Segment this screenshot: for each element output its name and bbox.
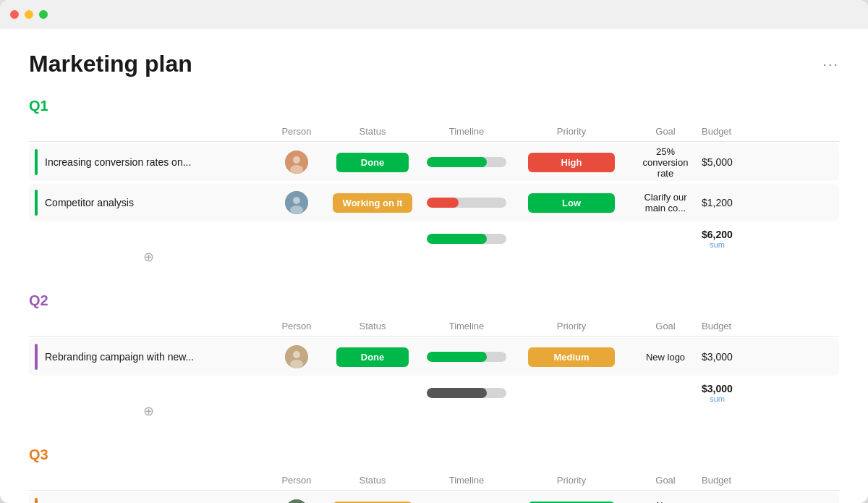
row-name-cell: Increasing conversion rates on... [29, 143, 268, 181]
status-badge: Working on it [333, 193, 413, 213]
timeline-bar-wrap [427, 198, 506, 208]
sum-timeline-bar-wrap [427, 234, 506, 244]
svg-point-9 [285, 499, 308, 503]
row-border [35, 498, 38, 503]
minimize-button[interactable] [25, 10, 33, 19]
avatar-cell [268, 499, 326, 503]
status-cell[interactable]: Working on it [326, 193, 420, 213]
row-border [35, 190, 38, 216]
priority-badge: Medium [528, 347, 615, 367]
budget-cell: $1,200 [702, 197, 731, 208]
header-col-6: Budget [702, 126, 731, 137]
add-row-button[interactable]: ⊕ [29, 403, 268, 419]
status-cell[interactable]: Done [326, 347, 420, 367]
sum-timeline-cell [420, 234, 514, 244]
header-col-1: Person [268, 475, 326, 486]
budget-cell: $3,000 [702, 351, 731, 363]
q3-label: Q3 [29, 447, 839, 463]
header-col-5: Goal [629, 475, 702, 486]
sum-amount: $3,000 [702, 383, 725, 394]
table-row: Competitor analysis Working on itLowClar… [29, 184, 839, 221]
avatar [285, 345, 308, 368]
header-col-4: Priority [514, 475, 629, 486]
header-col-4: Priority [514, 126, 629, 137]
maximize-button[interactable] [39, 10, 48, 19]
header-col-4: Priority [514, 321, 629, 331]
sum-budget-cell: $3,000sum [702, 383, 731, 403]
sum-row: $3,000sum⊕ [29, 379, 839, 423]
table-row: Rebranding campaign with new... DoneMedi… [29, 338, 839, 376]
header-col-2: Status [326, 126, 420, 137]
svg-point-8 [290, 360, 303, 368]
priority-badge: High [528, 153, 615, 172]
header-col-1: Person [268, 321, 326, 331]
priority-cell[interactable]: High [514, 153, 629, 172]
sum-row: $6,200sum⊕ [29, 224, 839, 269]
budget-cell: $5,000 [702, 156, 731, 168]
sum-timeline-cell [420, 388, 514, 398]
timeline-bar [427, 198, 459, 208]
header-col-3: Timeline [420, 475, 514, 486]
status-cell[interactable]: Done [326, 153, 420, 172]
table-header: PersonStatusTimelinePriorityGoalBudget [29, 470, 839, 491]
sum-budget-cell: $6,200sum [702, 229, 731, 249]
row-name-cell: Rebranding campaign with new... [29, 338, 268, 376]
q1-label: Q1 [29, 98, 839, 114]
timeline-bar [427, 157, 487, 167]
header-col-6: Budget [702, 321, 731, 331]
row-task-name: Increasing conversion rates on... [45, 156, 191, 168]
section-q1: Q1PersonStatusTimelinePriorityGoalBudget… [29, 98, 839, 269]
sum-timeline-bar [427, 234, 487, 244]
timeline-bar-wrap [427, 157, 506, 167]
page-title: Marketing plan [29, 51, 192, 77]
header-col-0 [29, 126, 268, 137]
avatar-cell [268, 345, 326, 368]
table-header: PersonStatusTimelinePriorityGoalBudget [29, 122, 839, 142]
svg-point-1 [293, 156, 300, 164]
sum-timeline-bar-wrap [427, 388, 506, 398]
sections-container: Q1PersonStatusTimelinePriorityGoalBudget… [29, 98, 839, 503]
svg-point-4 [293, 197, 300, 204]
goal-cell: New logo [629, 352, 702, 363]
status-badge: Done [336, 153, 409, 172]
close-button[interactable] [10, 10, 19, 19]
avatar-cell [268, 151, 326, 174]
goal-cell: Clarify our main co... [629, 192, 702, 214]
row-task-name: Competitor analysis [45, 197, 134, 208]
header-col-5: Goal [629, 126, 702, 137]
header-col-6: Budget [702, 475, 731, 486]
row-name-cell: Homepage re-launch [29, 492, 268, 503]
header-col-0 [29, 321, 268, 331]
timeline-cell [420, 195, 514, 211]
row-border [35, 149, 38, 175]
priority-cell[interactable]: Medium [514, 347, 629, 367]
table-header: PersonStatusTimelinePriorityGoalBudget [29, 316, 839, 337]
svg-point-7 [293, 351, 300, 358]
priority-cell[interactable]: Low [514, 193, 629, 213]
header-col-5: Goal [629, 321, 702, 331]
goal-cell: 25% conversion rate [629, 146, 702, 179]
sum-amount: $6,200 [702, 229, 725, 240]
add-row-button[interactable]: ⊕ [29, 249, 268, 265]
q2-label: Q2 [29, 292, 839, 309]
table-row: Increasing conversion rates on... DoneHi… [29, 143, 839, 181]
priority-badge: Low [528, 193, 615, 213]
row-task-name: Rebranding campaign with new... [45, 351, 194, 363]
table-row: Homepage re-launch Working on itLowNew h… [29, 492, 839, 503]
header-col-3: Timeline [420, 321, 514, 331]
row-border [35, 344, 38, 370]
avatar [285, 191, 308, 214]
avatar-cell [268, 191, 326, 214]
section-q2: Q2PersonStatusTimelinePriorityGoalBudget… [29, 292, 839, 423]
more-options-button[interactable]: ··· [822, 56, 839, 72]
svg-point-5 [290, 206, 303, 214]
timeline-bar [427, 352, 487, 362]
sum-timeline-bar [427, 388, 487, 398]
main-content: Marketing plan ··· Q1PersonStatusTimelin… [0, 29, 868, 503]
avatar [285, 151, 308, 174]
sum-label: sum [702, 394, 725, 403]
avatar [285, 499, 308, 503]
timeline-cell [420, 349, 514, 365]
header-col-3: Timeline [420, 126, 514, 137]
header-col-2: Status [326, 475, 420, 486]
